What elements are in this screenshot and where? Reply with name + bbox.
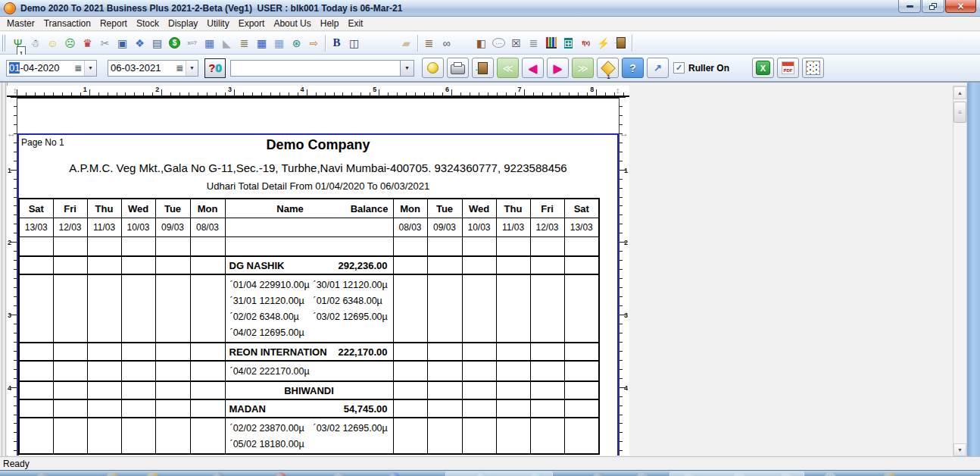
taskbar-icon[interactable]	[388, 472, 400, 476]
taskbar-icon[interactable]	[636, 472, 648, 476]
globe-transport-button[interactable]: ⊛	[288, 34, 305, 52]
day-cell	[462, 418, 496, 454]
preview-toolbar: 01-04-2020 ▦ ▼ 06-03-2021 ▦ ▼ ? 0 ▼ ≪◀▶≫…	[0, 55, 980, 82]
last-page-button[interactable]: ≫	[572, 58, 594, 78]
maximize-restore-button[interactable]	[922, 0, 944, 13]
to-date-dropdown-button[interactable]: ▼	[186, 61, 198, 76]
taskbar-icon[interactable]	[212, 472, 224, 476]
menu-item-display[interactable]: Display	[164, 17, 202, 30]
report-combo-dropdown-button[interactable]: ▼	[400, 61, 414, 76]
cut-button[interactable]: ✂	[96, 34, 114, 52]
run-icon: ⚡	[597, 38, 610, 49]
menu-item-export[interactable]: Export	[234, 17, 270, 30]
pdf-export-button[interactable]: PDF	[777, 58, 799, 78]
toolbar-grip[interactable]	[2, 35, 6, 52]
table-alt-button[interactable]: ▦	[270, 34, 288, 52]
ruler-number: 1	[8, 167, 11, 174]
vertical-scrollbar[interactable]: ▲ ≡ ▼	[953, 86, 967, 457]
formula-button[interactable]: x=?	[183, 34, 201, 52]
ruler-checkbox[interactable]: ✓	[673, 62, 685, 74]
export-package-button[interactable]: ⇨	[305, 34, 323, 52]
page-first-button[interactable]: 1	[363, 34, 380, 52]
sad-face-button[interactable]: ☹	[61, 34, 79, 52]
margin-marker-icon[interactable]: ↔	[620, 129, 629, 138]
columns-button[interactable]: ◫	[345, 34, 363, 52]
filter-button[interactable]: ◣	[218, 34, 236, 52]
scrollbar-thumb[interactable]: ≡	[953, 102, 966, 123]
margin-line-top[interactable]	[17, 133, 619, 135]
calendar-grid-button[interactable]: ▦	[201, 34, 218, 52]
menu-item-transaction[interactable]: Transaction	[39, 17, 95, 30]
taskbar[interactable]	[0, 470, 980, 476]
close-preview-button[interactable]	[472, 58, 494, 78]
money-bag-icon: $	[169, 37, 180, 49]
menu-item-report[interactable]: Report	[95, 17, 132, 30]
taskbar-icon[interactable]	[333, 472, 345, 476]
layout-grid-button[interactable]	[802, 58, 824, 78]
happy-face-button[interactable]: ☺	[44, 34, 61, 52]
taskbar-button[interactable]	[669, 471, 804, 476]
menu-item-exit[interactable]: Exit	[343, 17, 367, 30]
from-date-dropdown-button[interactable]: ▼	[84, 61, 96, 76]
taskbar-icon[interactable]	[274, 472, 286, 476]
previous-page-button[interactable]: ◀	[522, 58, 544, 78]
page-one-button[interactable]: 1	[455, 34, 473, 52]
link-records-button[interactable]: ❖	[131, 34, 148, 52]
report-combo[interactable]: ▼	[230, 60, 414, 77]
eraser-button[interactable]: ▰	[398, 34, 415, 52]
void-entry-button[interactable]: ☒	[507, 34, 525, 52]
taskbar-icon[interactable]	[883, 472, 895, 476]
window-date-button[interactable]: ▤	[148, 34, 166, 52]
taskbar-icon[interactable]	[106, 472, 118, 476]
menu-item-stock[interactable]: Stock	[132, 17, 164, 30]
first-page-button[interactable]: ≪	[497, 58, 519, 78]
zoom-arrow-icon: ↗	[654, 62, 662, 74]
bar-chart-button[interactable]	[542, 34, 560, 52]
database-save-button[interactable]: ≣	[420, 34, 438, 52]
cabinet-add-button[interactable]: ◧	[473, 34, 490, 52]
menu-item-utility[interactable]: Utility	[202, 17, 233, 30]
scroll-down-button[interactable]: ▼	[953, 443, 966, 456]
taskbar-icon[interactable]	[36, 472, 48, 476]
close-button[interactable]	[945, 0, 976, 13]
database-export-button[interactable]: ≣	[236, 34, 253, 52]
goto-page-button[interactable]	[597, 58, 619, 78]
red-mascot-icon: ♛	[83, 38, 92, 49]
taskbar-icon[interactable]	[146, 472, 158, 476]
zoom-button[interactable]: ↗	[647, 58, 669, 78]
print-button[interactable]	[447, 58, 469, 78]
day-cell	[155, 256, 190, 274]
to-date-field[interactable]: 06-03-2021 ▦ ▼	[108, 60, 198, 77]
red-mascot-button[interactable]: ♛	[79, 34, 96, 52]
menu-item-master[interactable]: Master	[2, 17, 39, 30]
margin-marker-icon[interactable]: ↔	[7, 129, 16, 138]
menu-item-help[interactable]: Help	[316, 17, 344, 30]
minimize-button[interactable]	[898, 0, 921, 13]
day-cell	[393, 418, 427, 454]
form-button[interactable]: ▣	[114, 34, 131, 52]
ruler-horizontal: ↕ ↕ 12345678	[7, 86, 629, 97]
from-date-field[interactable]: 01-04-2020 ▦ ▼	[6, 60, 97, 77]
taskbar-icon[interactable]	[592, 472, 604, 476]
table-button[interactable]: ▦	[253, 34, 270, 52]
comment-button[interactable]: ···	[490, 34, 507, 52]
next-page-button[interactable]: ▶	[547, 58, 569, 78]
money-bag-button[interactable]: $	[166, 34, 183, 52]
calculator-button[interactable]: ⊞	[560, 34, 577, 52]
excel-export-button[interactable]: X	[752, 58, 774, 78]
tips-button[interactable]	[422, 58, 444, 78]
exit-door-button[interactable]	[612, 34, 629, 52]
menu-item-about-us[interactable]: About Us	[269, 17, 315, 30]
help-button[interactable]: ?	[622, 58, 644, 78]
server-copy-button[interactable]: ≣	[525, 34, 542, 52]
help-record-button[interactable]: ? 0	[204, 58, 226, 78]
wizard-button[interactable]: ☃	[27, 34, 44, 52]
page-numbers-button[interactable]: 12	[380, 34, 398, 52]
taskbar-icon[interactable]	[824, 472, 836, 476]
taskbar-button[interactable]	[445, 471, 553, 476]
run-button[interactable]: ⚡	[595, 34, 612, 52]
function-button[interactable]: f(x)	[577, 34, 595, 52]
bold-button[interactable]: B	[328, 34, 345, 52]
scroll-up-button[interactable]: ▲	[953, 86, 966, 99]
search-view-button[interactable]: ∞	[438, 34, 455, 52]
